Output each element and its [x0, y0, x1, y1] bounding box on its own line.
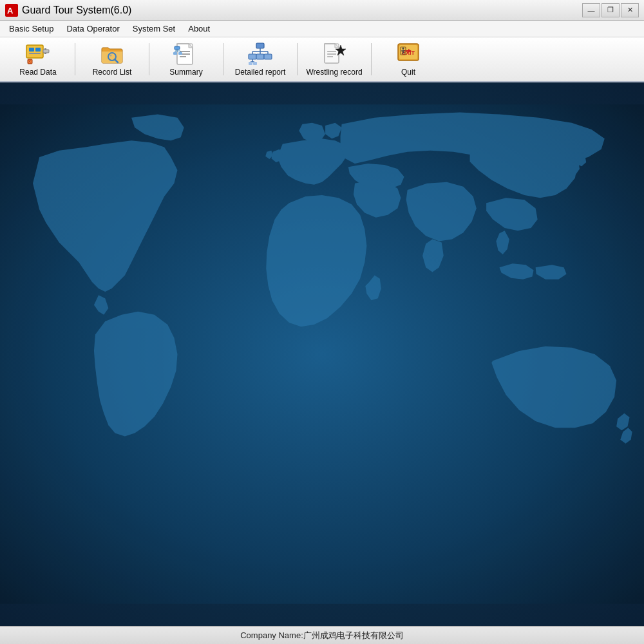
summary-icon: [173, 42, 199, 66]
world-map-svg: [0, 82, 644, 626]
menu-basic-setup[interactable]: Basic Setup: [3, 22, 60, 35]
titlebar-controls: — ❐ ✕: [582, 3, 639, 17]
menubar: Basic Setup Data Operator System Set Abo…: [0, 21, 644, 37]
svg-rect-39: [253, 62, 257, 65]
svg-point-52: [402, 48, 404, 50]
toolbar-sep-5: [371, 43, 372, 75]
wrestling-record-label: Wrestling record: [306, 68, 362, 77]
svg-point-15: [110, 55, 112, 57]
svg-rect-33: [249, 54, 256, 59]
detailed-report-button[interactable]: Detailed report: [225, 39, 296, 80]
menu-about[interactable]: About: [182, 22, 216, 35]
svg-rect-35: [264, 54, 272, 59]
toolbar-sep-4: [297, 43, 298, 75]
svg-rect-34: [256, 54, 264, 59]
svg-rect-22: [178, 52, 182, 55]
close-button[interactable]: ✕: [621, 3, 639, 17]
read-data-label: Read Data: [19, 68, 56, 77]
svg-rect-3: [29, 48, 34, 52]
maximize-button[interactable]: ❐: [601, 3, 620, 17]
svg-rect-2: [26, 45, 43, 58]
read-data-icon: [25, 42, 51, 66]
titlebar: A Guard Tour System(6.0) — ❐ ✕: [0, 0, 644, 21]
titlebar-left: A Guard Tour System(6.0): [5, 4, 131, 17]
summary-label: Summary: [169, 68, 202, 77]
svg-rect-38: [249, 62, 252, 65]
minimize-button[interactable]: —: [582, 3, 600, 17]
titlebar-title: Guard Tour System(6.0): [22, 5, 131, 16]
statusbar: Company Name:广州成鸡电子科技有限公司: [0, 626, 644, 644]
svg-rect-21: [173, 52, 177, 55]
quit-label: Quit: [401, 68, 415, 77]
svg-rect-4: [35, 48, 41, 52]
svg-rect-7: [44, 48, 46, 50]
detailed-report-icon: [247, 42, 273, 66]
main-content: [0, 82, 644, 626]
world-map-background: [0, 82, 644, 626]
svg-rect-20: [175, 46, 180, 50]
toolbar-sep-1: [75, 43, 75, 75]
toolbar-sep-3: [223, 43, 223, 75]
wrestling-record-button[interactable]: Wrestling record: [299, 39, 370, 80]
svg-rect-8: [44, 53, 46, 54]
record-list-label: Record List: [93, 68, 132, 77]
svg-rect-5: [29, 53, 41, 54]
record-list-icon: [99, 42, 125, 66]
app-icon: A: [5, 4, 18, 17]
record-list-button[interactable]: Record List: [77, 39, 147, 80]
svg-text:A: A: [7, 6, 14, 15]
read-data-button[interactable]: Read Data: [3, 39, 73, 80]
toolbar: Read Data Record List: [0, 37, 644, 82]
toolbar-sep-2: [149, 43, 149, 75]
menu-system-set[interactable]: System Set: [126, 22, 182, 35]
svg-rect-6: [43, 50, 49, 53]
summary-button[interactable]: Summary: [151, 39, 222, 80]
svg-rect-27: [256, 43, 264, 48]
quit-button[interactable]: EXIT Quit: [373, 39, 444, 80]
menu-data-operator[interactable]: Data Operator: [60, 22, 126, 35]
company-name: Company Name:广州成鸡电子科技有限公司: [240, 630, 404, 641]
wrestling-record-icon: [321, 42, 347, 66]
quit-icon: EXIT: [395, 42, 421, 66]
detailed-report-label: Detailed report: [235, 68, 286, 77]
